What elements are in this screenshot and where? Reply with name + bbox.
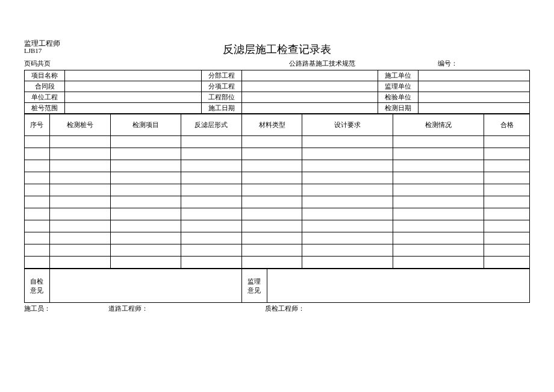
cell-seq[interactable] <box>25 136 50 148</box>
cell-material_type[interactable] <box>241 148 302 160</box>
cell-item[interactable] <box>110 196 181 208</box>
value-test-date[interactable] <box>419 103 530 114</box>
value-inspection-unit[interactable] <box>419 92 530 103</box>
cell-seq[interactable] <box>25 160 50 172</box>
cell-design_req[interactable] <box>302 232 393 244</box>
cell-inspection[interactable] <box>393 160 484 172</box>
cell-material_type[interactable] <box>241 196 302 208</box>
cell-item[interactable] <box>110 136 181 148</box>
value-stake-range[interactable] <box>65 103 202 114</box>
cell-inspection[interactable] <box>393 244 484 257</box>
cell-qualified[interactable] <box>484 257 530 269</box>
cell-filter_form[interactable] <box>181 136 242 148</box>
cell-item[interactable] <box>110 184 181 196</box>
cell-inspection[interactable] <box>393 136 484 148</box>
cell-stake[interactable] <box>49 208 110 220</box>
cell-seq[interactable] <box>25 184 50 196</box>
cell-design_req[interactable] <box>302 148 393 160</box>
value-unit-project[interactable] <box>65 92 202 103</box>
cell-filter_form[interactable] <box>181 160 242 172</box>
cell-seq[interactable] <box>25 244 50 257</box>
cell-stake[interactable] <box>49 172 110 184</box>
cell-filter_form[interactable] <box>181 148 242 160</box>
value-supervision-unit[interactable] <box>419 81 530 92</box>
cell-qualified[interactable] <box>484 208 530 220</box>
cell-design_req[interactable] <box>302 208 393 220</box>
cell-design_req[interactable] <box>302 257 393 269</box>
cell-inspection[interactable] <box>393 208 484 220</box>
cell-item[interactable] <box>110 232 181 244</box>
cell-item[interactable] <box>110 208 181 220</box>
cell-material_type[interactable] <box>241 172 302 184</box>
cell-qualified[interactable] <box>484 160 530 172</box>
cell-stake[interactable] <box>49 244 110 257</box>
cell-design_req[interactable] <box>302 136 393 148</box>
cell-stake[interactable] <box>49 136 110 148</box>
cell-seq[interactable] <box>25 257 50 269</box>
cell-material_type[interactable] <box>241 184 302 196</box>
cell-stake[interactable] <box>49 220 110 232</box>
value-subsection[interactable] <box>241 70 378 81</box>
cell-stake[interactable] <box>49 232 110 244</box>
cell-qualified[interactable] <box>484 244 530 257</box>
cell-qualified[interactable] <box>484 148 530 160</box>
cell-filter_form[interactable] <box>181 244 242 257</box>
cell-material_type[interactable] <box>241 220 302 232</box>
cell-design_req[interactable] <box>302 196 393 208</box>
cell-inspection[interactable] <box>393 196 484 208</box>
cell-design_req[interactable] <box>302 220 393 232</box>
cell-inspection[interactable] <box>393 172 484 184</box>
cell-stake[interactable] <box>49 196 110 208</box>
cell-item[interactable] <box>110 160 181 172</box>
cell-filter_form[interactable] <box>181 257 242 269</box>
supervision-opinion-value[interactable] <box>267 269 529 303</box>
cell-item[interactable] <box>110 244 181 257</box>
cell-material_type[interactable] <box>241 232 302 244</box>
cell-stake[interactable] <box>49 148 110 160</box>
value-construction-unit[interactable] <box>419 70 530 81</box>
cell-design_req[interactable] <box>302 184 393 196</box>
cell-inspection[interactable] <box>393 148 484 160</box>
cell-material_type[interactable] <box>241 257 302 269</box>
cell-item[interactable] <box>110 148 181 160</box>
cell-seq[interactable] <box>25 172 50 184</box>
cell-material_type[interactable] <box>241 160 302 172</box>
cell-item[interactable] <box>110 220 181 232</box>
cell-qualified[interactable] <box>484 196 530 208</box>
cell-filter_form[interactable] <box>181 208 242 220</box>
cell-stake[interactable] <box>49 184 110 196</box>
cell-qualified[interactable] <box>484 136 530 148</box>
cell-filter_form[interactable] <box>181 172 242 184</box>
cell-design_req[interactable] <box>302 160 393 172</box>
cell-material_type[interactable] <box>241 136 302 148</box>
cell-filter_form[interactable] <box>181 184 242 196</box>
self-opinion-value[interactable] <box>49 269 241 303</box>
cell-seq[interactable] <box>25 232 50 244</box>
cell-filter_form[interactable] <box>181 196 242 208</box>
cell-inspection[interactable] <box>393 184 484 196</box>
cell-inspection[interactable] <box>393 220 484 232</box>
cell-stake[interactable] <box>49 160 110 172</box>
cell-filter_form[interactable] <box>181 232 242 244</box>
cell-seq[interactable] <box>25 220 50 232</box>
cell-design_req[interactable] <box>302 244 393 257</box>
value-contract[interactable] <box>65 81 202 92</box>
cell-inspection[interactable] <box>393 257 484 269</box>
value-subitem[interactable] <box>241 81 378 92</box>
cell-qualified[interactable] <box>484 184 530 196</box>
cell-qualified[interactable] <box>484 232 530 244</box>
cell-item[interactable] <box>110 257 181 269</box>
cell-qualified[interactable] <box>484 172 530 184</box>
cell-seq[interactable] <box>25 196 50 208</box>
value-project-part[interactable] <box>241 92 378 103</box>
cell-material_type[interactable] <box>241 208 302 220</box>
cell-seq[interactable] <box>25 208 50 220</box>
cell-inspection[interactable] <box>393 232 484 244</box>
cell-seq[interactable] <box>25 148 50 160</box>
cell-stake[interactable] <box>49 257 110 269</box>
cell-design_req[interactable] <box>302 172 393 184</box>
cell-filter_form[interactable] <box>181 220 242 232</box>
value-construction-date[interactable] <box>241 103 378 114</box>
value-project-name[interactable] <box>65 70 202 81</box>
cell-material_type[interactable] <box>241 244 302 257</box>
